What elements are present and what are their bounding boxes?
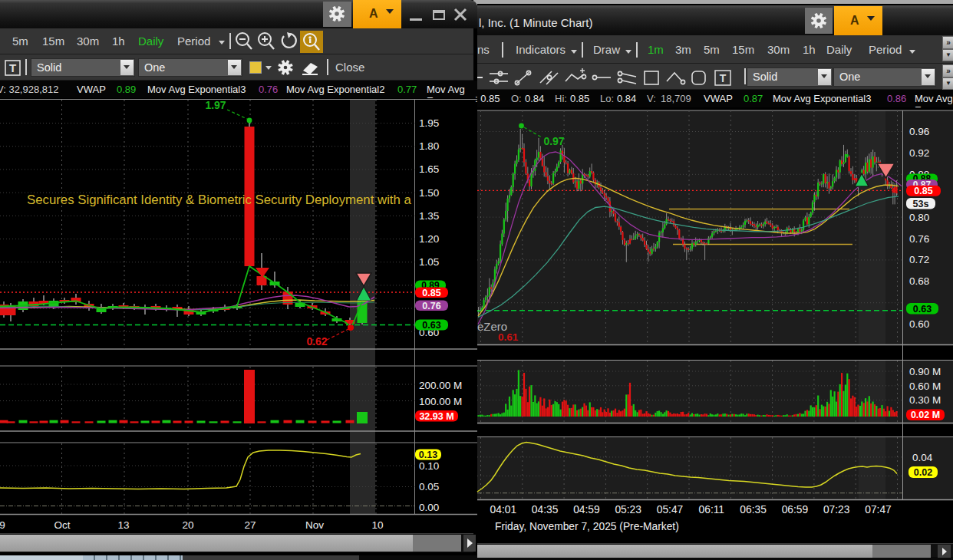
- svg-text:0.04: 0.04: [912, 452, 933, 463]
- svg-text:0.60 M: 0.60 M: [909, 380, 941, 392]
- svg-text:0.76: 0.76: [909, 233, 929, 245]
- svg-text:05:47: 05:47: [657, 504, 684, 516]
- svg-text:0.02 M: 0.02 M: [911, 410, 940, 420]
- svg-text:07:47: 07:47: [865, 504, 892, 516]
- svg-text:04:59: 04:59: [573, 504, 600, 516]
- svg-text:07:23: 07:23: [823, 504, 850, 516]
- svg-text:0.72: 0.72: [909, 254, 929, 265]
- svg-text:Friday, November 7, 2025 (Pre-: Friday, November 7, 2025 (Pre-Market): [495, 521, 679, 532]
- svg-text:04:01: 04:01: [490, 504, 517, 516]
- svg-text:0.02: 0.02: [914, 467, 932, 478]
- svg-text:0.61: 0.61: [498, 331, 519, 343]
- svg-text:0.97: 0.97: [543, 135, 564, 147]
- svg-text:0.85: 0.85: [914, 186, 932, 196]
- svg-text:53s: 53s: [913, 199, 929, 209]
- svg-text:0.90 M: 0.90 M: [909, 366, 941, 377]
- svg-text:0.68: 0.68: [909, 275, 929, 287]
- svg-text:0.96: 0.96: [909, 126, 929, 137]
- svg-text:05:23: 05:23: [615, 504, 641, 516]
- svg-text:0.30 M: 0.30 M: [909, 394, 941, 406]
- svg-text:06:35: 06:35: [740, 504, 767, 516]
- svg-text:0.92: 0.92: [909, 147, 929, 159]
- svg-text:0.63: 0.63: [913, 304, 932, 315]
- svg-text:06:11: 06:11: [699, 504, 725, 516]
- svg-text:0.80: 0.80: [909, 212, 929, 223]
- svg-text:06:59: 06:59: [782, 504, 809, 516]
- svg-text:0.60: 0.60: [909, 318, 929, 330]
- svg-text:04:35: 04:35: [532, 504, 559, 516]
